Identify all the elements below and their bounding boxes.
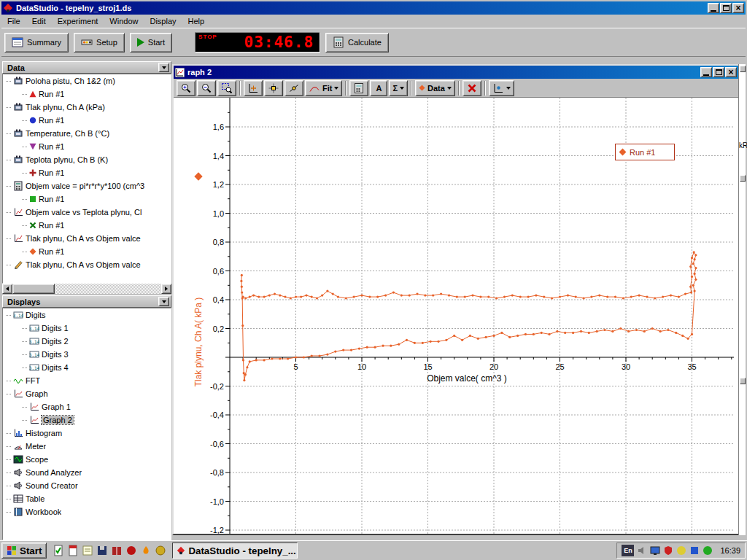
menu-file[interactable]: File [1, 15, 26, 27]
monitor-icon[interactable] [649, 545, 661, 556]
data-source-item[interactable]: Temperature, Ch B (°C) [3, 127, 171, 140]
graph-close-button[interactable]: × [725, 67, 737, 77]
calculator-button[interactable] [349, 80, 368, 96]
data-run-item[interactable]: Run #1 [3, 114, 171, 127]
tree-item-label: Tlak plynu, Ch A vs Objem valce [26, 234, 141, 243]
data-run-item[interactable]: Run #1 [3, 245, 171, 258]
menu-edit[interactable]: Edit [26, 15, 52, 27]
floppy-icon[interactable] [96, 544, 109, 557]
calculate-button[interactable]: Calculate [325, 33, 389, 52]
red-shield-icon[interactable] [662, 545, 674, 556]
toolbar-separator [239, 81, 241, 96]
legend[interactable]: Run #1 [615, 144, 675, 160]
page-check-icon[interactable] [52, 544, 65, 557]
smart-tool-button[interactable] [264, 80, 283, 96]
menu-window[interactable]: Window [104, 15, 144, 27]
graph-minimize-button[interactable] [700, 67, 712, 77]
displays-item-graph-2[interactable]: Graph 2 [3, 413, 171, 427]
green-badge-icon[interactable] [702, 545, 713, 556]
taskbar-window-button[interactable]: DataStudio - tepelny_... [172, 542, 298, 559]
workbook-icon [13, 507, 23, 517]
data-panel-hscrollbar[interactable] [2, 284, 171, 294]
displays-item-digits-2[interactable]: 3.14Digits 2 [3, 335, 171, 348]
displays-item-digits[interactable]: 3.14Digits [3, 308, 171, 322]
graph-maximize-button[interactable] [713, 67, 724, 77]
graph-window-titlebar[interactable]: raph 2 × [174, 66, 738, 79]
displays-item-workbook[interactable]: Workbook [3, 505, 171, 518]
background-scroll-down-button[interactable] [740, 378, 746, 384]
displays-item-scope[interactable]: Scope [3, 453, 171, 466]
displays-item-digits-3[interactable]: 3.14Digits 3 [3, 348, 171, 361]
volume-icon[interactable] [636, 545, 648, 556]
statistics-button[interactable]: Σ [389, 80, 408, 96]
data-source-item[interactable]: Objem valce vs Teplota plynu, Cl [3, 206, 171, 219]
language-indicator[interactable]: En [622, 545, 634, 556]
red-circle-icon[interactable] [125, 544, 138, 557]
plot-area[interactable]: -1,2-1,0-0,8-0,6-0,4-0,20,20,40,60,81,01… [174, 98, 738, 534]
hscroll-thumb[interactable] [12, 284, 55, 294]
start-menu-label: Start [20, 545, 42, 556]
delete-icon [466, 82, 478, 94]
minimize-button[interactable] [708, 3, 719, 13]
displays-item-digits-4[interactable]: 3.14Digits 4 [3, 361, 171, 374]
displays-item-sound-analyzer[interactable]: Sound Analyzer [3, 466, 171, 479]
gold-circle-icon[interactable] [154, 544, 167, 557]
start-menu-button[interactable]: Start [1, 542, 47, 559]
scale-to-fit-button[interactable] [244, 80, 263, 96]
start-button[interactable]: Start [130, 33, 172, 52]
fit-menu-button[interactable]: Fit [305, 80, 342, 96]
displays-item-table[interactable]: Table [3, 492, 171, 505]
data-source-item[interactable]: Tlak plynu, Ch A vs Objem valce [3, 258, 171, 271]
zoom-in-button[interactable] [177, 80, 196, 96]
slope-tool-button[interactable] [285, 80, 303, 96]
scroll-left-button[interactable] [2, 284, 12, 294]
red-document-icon[interactable] [66, 544, 80, 557]
svg-text:1,6: 1,6 [213, 122, 224, 131]
delete-button[interactable] [462, 80, 481, 96]
data-run-item[interactable]: Run #1 [3, 88, 171, 101]
displays-item-graph[interactable]: Graph [3, 387, 171, 400]
notes-icon[interactable] [81, 544, 94, 557]
data-run-item[interactable]: Run #1 [3, 219, 171, 232]
book-icon[interactable] [110, 544, 123, 557]
displays-item-fft[interactable]: FFT [3, 374, 171, 387]
flame-icon[interactable] [139, 544, 152, 557]
yellow-badge-icon[interactable] [676, 545, 687, 556]
data-source-item[interactable]: Poloha pistu, Ch 1&2 (m) [3, 74, 171, 88]
displays-item-sound-creator[interactable]: Sound Creator [3, 479, 171, 492]
zoom-select-button[interactable] [217, 80, 236, 96]
svg-text:1,2: 1,2 [213, 180, 224, 189]
blue-badge-icon[interactable] [689, 545, 700, 556]
data-source-item[interactable]: Teplota plynu, Ch B (K) [3, 153, 171, 166]
menu-help[interactable]: Help [182, 15, 211, 27]
background-text-fragment: kR [739, 141, 747, 149]
data-source-item[interactable]: Tlak plynu, Ch A vs Objem valce [3, 232, 171, 245]
data-run-item[interactable]: Run #1 [3, 140, 171, 153]
data-menu-button[interactable]: Data [415, 80, 455, 96]
setup-button[interactable]: Setup [74, 33, 125, 52]
data-run-item[interactable]: Run #1 [3, 192, 171, 206]
displays-panel-dropdown-button[interactable] [158, 297, 169, 306]
data-source-item[interactable]: Tlak plynu, Ch A (kPa) [3, 101, 171, 114]
axis-settings-button[interactable] [489, 80, 514, 96]
y-axis-label: Tlak plynu, Ch A( kPa ) [193, 298, 204, 387]
maximize-button[interactable] [720, 3, 732, 13]
scroll-right-button[interactable] [161, 284, 171, 294]
summary-button[interactable]: Summary [4, 33, 69, 52]
zoom-out-button[interactable] [197, 80, 216, 96]
displays-item-graph-1[interactable]: Graph 1 [3, 400, 171, 413]
background-scroll-up-button[interactable] [740, 175, 746, 182]
menu-display[interactable]: Display [144, 15, 182, 27]
displays-item-meter[interactable]: Meter [3, 440, 171, 453]
displays-item-digits-1[interactable]: 3.14Digits 1 [3, 322, 171, 335]
data-source-item[interactable]: Objem valce = pi*r*r*y*100 (cm^3 [3, 179, 171, 192]
background-button-fragment[interactable] [740, 66, 746, 72]
taskbar-clock[interactable]: 16:39 [716, 546, 740, 555]
displays-item-histogram[interactable]: Histogram [3, 427, 171, 440]
tree-item-label: Meter [26, 442, 46, 451]
data-run-item[interactable]: Run #1 [3, 166, 171, 179]
close-button[interactable]: × [732, 3, 744, 13]
text-tool-button[interactable]: A [370, 80, 387, 96]
data-panel-dropdown-button[interactable] [158, 63, 169, 72]
menu-experiment[interactable]: Experiment [52, 15, 104, 27]
